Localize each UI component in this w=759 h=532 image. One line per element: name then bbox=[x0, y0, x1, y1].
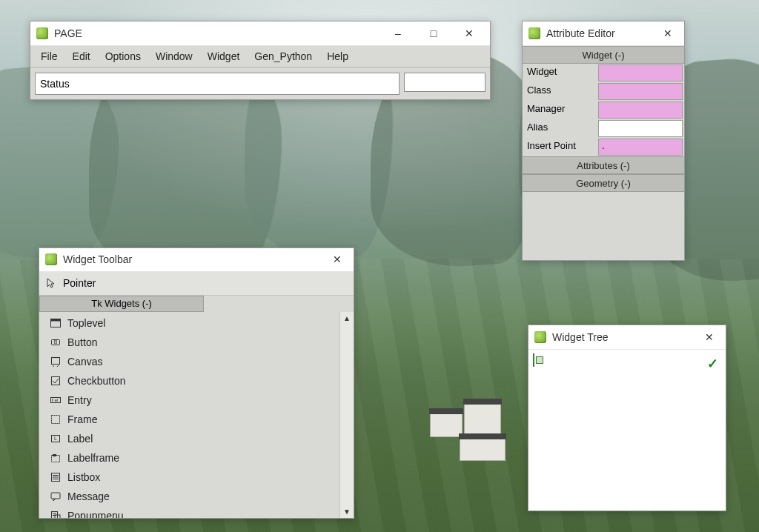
scroll-down-button[interactable]: ▼ bbox=[340, 505, 354, 518]
widget-item-listbox[interactable]: Listbox bbox=[39, 468, 339, 487]
attr-row-alias: Alias bbox=[523, 119, 684, 138]
widget-item-label: Listbox bbox=[67, 471, 100, 483]
checkmark-icon: ✓ bbox=[707, 356, 718, 372]
tree-root-icon[interactable] bbox=[533, 353, 534, 367]
widget-item-label: Frame bbox=[67, 413, 97, 425]
status-row: Status bbox=[30, 67, 490, 99]
labelframe-icon bbox=[50, 452, 62, 464]
app-icon bbox=[36, 27, 48, 39]
widget-item-label: Popupmenu bbox=[67, 510, 124, 518]
tk-widgets-header[interactable]: Tk Widgets (-) bbox=[39, 296, 204, 312]
status-text: Status bbox=[40, 78, 70, 90]
widget-item-frame[interactable]: Frame bbox=[39, 410, 339, 429]
svg-rect-20 bbox=[51, 493, 60, 499]
attr-row-manager: Manager bbox=[523, 101, 684, 119]
menu-window[interactable]: Window bbox=[148, 47, 200, 65]
attr-row-insert-point: Insert Point. bbox=[523, 138, 684, 156]
status-field[interactable]: Status bbox=[35, 73, 400, 95]
message-icon bbox=[50, 491, 62, 502]
background-art bbox=[460, 439, 506, 461]
close-button[interactable]: ✕ bbox=[699, 325, 720, 349]
attr-value-input[interactable] bbox=[598, 102, 683, 119]
widget-item-checkbutton[interactable]: Checkbutton bbox=[39, 371, 339, 390]
pointer-icon bbox=[45, 277, 57, 289]
widget-item-labelframe[interactable]: Labelframe bbox=[39, 448, 339, 468]
scrollbar[interactable]: ▲ ▼ bbox=[339, 312, 354, 518]
background-art bbox=[464, 404, 501, 435]
titlebar[interactable]: Widget Tree ✕ bbox=[528, 325, 726, 350]
desktop: PAGE – □ ✕ FileEditOptionsWindowWidgetGe… bbox=[0, 0, 759, 532]
app-icon bbox=[528, 27, 540, 39]
widget-item-label[interactable]: LLabel bbox=[39, 429, 339, 448]
widget-item-label: Button bbox=[67, 336, 97, 348]
maximize-button[interactable]: □ bbox=[419, 21, 448, 45]
window-title: Widget Toolbar bbox=[63, 253, 132, 265]
attr-label: Manager bbox=[523, 101, 598, 119]
section-geometry-header[interactable]: Geometry (-) bbox=[523, 174, 684, 192]
widget-tree-body[interactable]: ✓ bbox=[528, 350, 726, 511]
close-button[interactable]: ✕ bbox=[657, 21, 678, 45]
canvas-icon bbox=[50, 356, 62, 368]
minimize-button[interactable]: – bbox=[383, 21, 413, 45]
menu-gen-python[interactable]: Gen_Python bbox=[247, 47, 319, 65]
widget-item-button[interactable]: BButton bbox=[39, 333, 339, 352]
svg-text:el: el bbox=[55, 398, 59, 402]
window-title: Attribute Editor bbox=[546, 27, 615, 39]
page-main-window[interactable]: PAGE – □ ✕ FileEditOptionsWindowWidgetGe… bbox=[30, 21, 491, 100]
widget-item-label: Message bbox=[67, 491, 110, 502]
menu-help[interactable]: Help bbox=[319, 47, 356, 65]
widget-item-popupmenu[interactable]: Popupmenu bbox=[39, 506, 339, 518]
menu-options[interactable]: Options bbox=[98, 47, 148, 65]
attr-label: Widget bbox=[523, 64, 598, 82]
widget-item-message[interactable]: Message bbox=[39, 487, 339, 506]
scroll-track[interactable] bbox=[340, 325, 354, 505]
widget-item-canvas[interactable]: Canvas bbox=[39, 352, 339, 371]
svg-rect-4 bbox=[52, 357, 60, 364]
widget-tree-window[interactable]: Widget Tree ✕ ✓ bbox=[528, 325, 726, 511]
status-side-field[interactable] bbox=[404, 73, 485, 92]
attr-value-input[interactable] bbox=[598, 64, 683, 82]
section-widget-header[interactable]: Widget (-) bbox=[523, 46, 684, 64]
svg-text:B: B bbox=[54, 339, 58, 345]
scroll-up-button[interactable]: ▲ bbox=[340, 312, 354, 325]
titlebar[interactable]: Widget Toolbar ✕ bbox=[39, 248, 354, 272]
svg-text:L: L bbox=[54, 436, 57, 441]
pointer-tool[interactable]: Pointer bbox=[39, 272, 354, 296]
widget-item-label: Checkbutton bbox=[67, 375, 126, 387]
widget-item-label: Entry bbox=[67, 394, 92, 406]
popupmenu-icon bbox=[50, 510, 62, 518]
attr-value-input[interactable] bbox=[598, 83, 683, 100]
label-icon: L bbox=[50, 433, 62, 445]
attr-value-input[interactable] bbox=[598, 120, 683, 137]
close-button[interactable]: ✕ bbox=[327, 248, 348, 271]
widget-toolbar-window[interactable]: Widget Toolbar ✕ Pointer Tk Widgets (-) … bbox=[39, 247, 354, 519]
menu-file[interactable]: File bbox=[33, 47, 65, 65]
close-button[interactable]: ✕ bbox=[454, 21, 484, 45]
button-icon: B bbox=[50, 336, 62, 348]
menu-widget[interactable]: Widget bbox=[200, 47, 248, 65]
toplevel-icon bbox=[50, 317, 62, 329]
titlebar[interactable]: PAGE – □ ✕ bbox=[30, 21, 490, 46]
attr-value-input[interactable]: . bbox=[598, 139, 683, 156]
attribute-editor-window[interactable]: Attribute Editor ✕ Widget (-) WidgetClas… bbox=[522, 21, 685, 261]
widget-item-label: Label bbox=[67, 433, 93, 445]
widget-item-label: Labelframe bbox=[67, 452, 119, 464]
frame-icon bbox=[50, 413, 62, 425]
svg-rect-1 bbox=[51, 319, 61, 321]
app-icon bbox=[45, 253, 57, 265]
menu-edit[interactable]: Edit bbox=[65, 47, 98, 65]
attr-label: Insert Point bbox=[523, 138, 598, 156]
titlebar[interactable]: Attribute Editor ✕ bbox=[523, 21, 684, 46]
listbox-icon bbox=[50, 471, 62, 483]
app-icon bbox=[534, 331, 546, 343]
attribute-editor-blank-area bbox=[523, 192, 684, 260]
window-title: PAGE bbox=[54, 27, 82, 39]
attr-label: Alias bbox=[523, 119, 598, 138]
widget-item-label: Toplevel bbox=[67, 317, 105, 329]
entry-icon: el bbox=[50, 394, 62, 406]
svg-rect-15 bbox=[53, 454, 56, 456]
section-attributes-header[interactable]: Attributes (-) bbox=[523, 156, 684, 174]
widget-item-entry[interactable]: elEntry bbox=[39, 390, 339, 410]
widget-item-toplevel[interactable]: Toplevel bbox=[39, 313, 339, 333]
background-art bbox=[430, 413, 463, 437]
